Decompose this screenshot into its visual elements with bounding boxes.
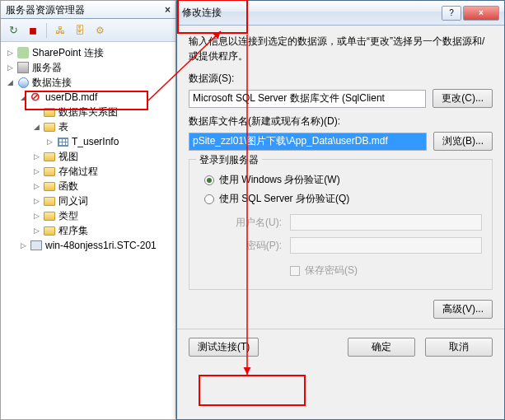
folder-icon bbox=[43, 180, 56, 193]
tree-label: 类型 bbox=[58, 209, 78, 223]
explorer-toolbar: ↻ ◼ 🖧 🗄 ⚙ bbox=[1, 19, 175, 42]
expand-icon[interactable]: ▷ bbox=[32, 182, 41, 191]
stop-icon[interactable]: ◼ bbox=[24, 21, 42, 40]
tree-tuserinfo[interactable]: ▷T_userInfo bbox=[2, 134, 174, 149]
modify-connection-dialog: 修改连接 ? × 输入信息以连接到选定的数据源，或单击“更改”选择另一个数据源和… bbox=[176, 0, 505, 420]
window-buttons: ? × bbox=[442, 6, 499, 21]
collapse-icon[interactable]: ◢ bbox=[19, 93, 28, 102]
dbfile-label: 数据库文件名(新建或现有名称)(D): bbox=[189, 114, 493, 128]
checkbox-icon bbox=[290, 266, 300, 276]
dbfile-value: pSite_zzl01\图片下载\App_Data\userDB.mdf bbox=[193, 134, 388, 148]
dialog-footer: 测试连接(T) 确定 取消 bbox=[189, 338, 493, 357]
dialog-body: 输入信息以连接到选定的数据源，或单击“更改”选择另一个数据源和/或提供程序。 数… bbox=[177, 26, 504, 363]
collapse-icon[interactable]: ◢ bbox=[6, 78, 15, 87]
expand-icon[interactable]: ▷ bbox=[6, 63, 15, 72]
cancel-button[interactable]: 取消 bbox=[425, 338, 493, 357]
radio-icon bbox=[204, 194, 214, 204]
password-input bbox=[290, 237, 482, 254]
datasource-value: Microsoft SQL Server 数据库文件 (SqlClient bbox=[193, 91, 385, 105]
expand-icon[interactable]: ▷ bbox=[32, 197, 41, 206]
login-groupbox: 登录到服务器 使用 Windows 身份验证(W) 使用 SQL Server … bbox=[189, 159, 493, 290]
table-icon bbox=[56, 135, 69, 148]
tree-dataconn[interactable]: ◢数据连接 bbox=[2, 75, 174, 90]
expand-icon[interactable]: ▷ bbox=[32, 212, 41, 221]
radio-label: 使用 Windows 身份验证(W) bbox=[219, 173, 340, 187]
tree-userdb[interactable]: ◢userDB.mdf bbox=[2, 90, 174, 105]
close-button[interactable]: × bbox=[463, 6, 499, 21]
database-icon bbox=[16, 76, 30, 89]
tree-label: 同义词 bbox=[58, 194, 88, 208]
folder-icon bbox=[43, 105, 56, 119]
expand-icon[interactable]: ▷ bbox=[32, 152, 41, 161]
datasource-label: 数据源(S): bbox=[189, 72, 493, 86]
username-input bbox=[290, 214, 482, 231]
tree-tables[interactable]: ◢表 bbox=[2, 119, 174, 134]
tree-functions[interactable]: ▷函数 bbox=[2, 179, 174, 194]
checkbox-label: 保存密码(S) bbox=[305, 264, 358, 278]
tree-label: 程序集 bbox=[58, 224, 88, 238]
dialog-titlebar[interactable]: 修改连接 ? × bbox=[177, 1, 504, 26]
login-legend: 登录到服务器 bbox=[196, 153, 262, 167]
test-connection-button[interactable]: 测试连接(T) bbox=[189, 338, 259, 357]
radio-sql-auth[interactable]: 使用 SQL Server 身份验证(Q) bbox=[204, 192, 482, 206]
spacer bbox=[32, 108, 41, 117]
tree-label: 存储过程 bbox=[58, 165, 98, 179]
username-label: 用户名(U): bbox=[221, 216, 282, 230]
tree-label: win-48onjess1ri.STC-201 bbox=[45, 240, 157, 251]
folder-icon bbox=[43, 120, 56, 133]
advanced-button[interactable]: 高级(V)... bbox=[433, 300, 493, 319]
tree-types[interactable]: ▷类型 bbox=[2, 208, 174, 223]
save-password-checkbox: 保存密码(S) bbox=[290, 264, 482, 278]
connect-service-icon[interactable]: ⚙ bbox=[91, 21, 109, 40]
connect-server-icon[interactable]: 🖧 bbox=[51, 21, 69, 40]
sharepoint-icon bbox=[16, 46, 30, 59]
tree-synonyms[interactable]: ▷同义词 bbox=[2, 194, 174, 208]
db-error-icon bbox=[30, 91, 43, 104]
tree-procs[interactable]: ▷存储过程 bbox=[2, 164, 174, 179]
tree-diagrams[interactable]: 数据库关系图 bbox=[2, 105, 174, 119]
expand-icon[interactable]: ▷ bbox=[32, 226, 41, 236]
tree-label: 函数 bbox=[58, 180, 78, 194]
tree-assemblies[interactable]: ▷程序集 bbox=[2, 223, 174, 238]
computer-icon bbox=[30, 239, 43, 252]
tree-label: 数据库关系图 bbox=[58, 105, 118, 119]
explorer-tree: ▷SharePoint 连接 ▷服务器 ◢数据连接 ◢userDB.mdf 数据… bbox=[1, 42, 175, 256]
expand-icon[interactable]: ▷ bbox=[19, 241, 28, 250]
explorer-close-button[interactable]: × bbox=[165, 1, 171, 19]
separator bbox=[177, 329, 504, 329]
folder-icon bbox=[43, 224, 56, 237]
tree-label: 服务器 bbox=[32, 61, 62, 75]
explorer-title: 服务器资源管理器 bbox=[6, 1, 85, 19]
radio-windows-auth[interactable]: 使用 Windows 身份验证(W) bbox=[204, 173, 482, 187]
tree-views[interactable]: ▷视图 bbox=[2, 149, 174, 164]
radio-icon bbox=[204, 175, 214, 185]
tree-win48[interactable]: ▷win-48onjess1ri.STC-201 bbox=[2, 238, 174, 253]
folder-icon bbox=[43, 209, 56, 222]
tree-servers[interactable]: ▷服务器 bbox=[2, 60, 174, 75]
help-button[interactable]: ? bbox=[442, 6, 461, 21]
refresh-icon[interactable]: ↻ bbox=[4, 21, 22, 40]
collapse-icon[interactable]: ◢ bbox=[32, 123, 41, 132]
browse-button[interactable]: 浏览(B)... bbox=[433, 132, 493, 151]
tree-label: SharePoint 连接 bbox=[32, 46, 104, 60]
expand-icon[interactable]: ▷ bbox=[45, 138, 54, 147]
tree-sharepoint[interactable]: ▷SharePoint 连接 bbox=[2, 45, 174, 60]
toolbar-separator bbox=[46, 23, 47, 38]
change-button[interactable]: 更改(C)... bbox=[433, 89, 493, 108]
datasource-combobox[interactable]: Microsoft SQL Server 数据库文件 (SqlClient bbox=[189, 90, 426, 108]
server-explorer-panel: 服务器资源管理器 × ↻ ◼ 🖧 🗄 ⚙ ▷SharePoint 连接 ▷服务器… bbox=[0, 0, 176, 420]
radio-label: 使用 SQL Server 身份验证(Q) bbox=[219, 192, 349, 206]
dbfile-textbox[interactable]: pSite_zzl01\图片下载\App_Data\userDB.mdf bbox=[189, 133, 427, 151]
ok-button[interactable]: 确定 bbox=[348, 338, 415, 357]
expand-icon[interactable]: ▷ bbox=[32, 167, 41, 176]
server-icon bbox=[16, 61, 30, 74]
tree-label: userDB.mdf bbox=[45, 91, 97, 103]
connect-db-icon[interactable]: 🗄 bbox=[71, 21, 89, 40]
expand-icon[interactable]: ▷ bbox=[6, 49, 15, 58]
tree-label: 表 bbox=[58, 120, 68, 134]
tree-label: 视图 bbox=[58, 150, 78, 164]
tree-label: T_userInfo bbox=[72, 136, 119, 147]
dialog-title: 修改连接 bbox=[182, 6, 442, 20]
folder-icon bbox=[43, 194, 56, 208]
tree-label: 数据连接 bbox=[32, 76, 72, 90]
